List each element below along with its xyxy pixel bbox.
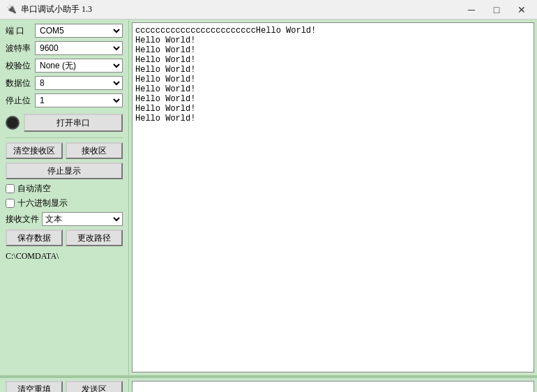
send-area-button[interactable]: 发送区 — [66, 381, 123, 392]
baud-label: 波特率 — [6, 43, 35, 54]
hex-display-checkbox[interactable] — [6, 199, 15, 208]
main-container: 端 口 COM5 波特率 9600 校验位 None (无) 数据位 8 — [0, 20, 537, 375]
stop-bits-label: 停止位 — [6, 95, 35, 107]
baud-row: 波特率 9600 — [6, 41, 123, 55]
clear-reset-button[interactable]: 清空重填 — [6, 381, 63, 392]
baud-select[interactable]: 9600 — [35, 41, 123, 55]
port-label: 端 口 — [6, 25, 35, 37]
recv-btn-row: 清空接收区 接收区 — [6, 142, 123, 159]
parity-row: 校验位 None (无) — [6, 59, 123, 73]
bottom-left: 清空重填 发送区 自动发送 手动发送 十六进制发送 自动发送周期 1000 毫秒… — [0, 378, 129, 392]
stop-display-row: 停止显示 — [6, 163, 123, 179]
maximize-button[interactable]: □ — [487, 3, 506, 17]
send-textarea[interactable] — [132, 381, 534, 392]
minimize-button[interactable]: ─ — [462, 3, 481, 17]
stop-display-button[interactable]: 停止显示 — [6, 163, 123, 179]
stop-bits-select[interactable]: 1 — [35, 93, 123, 107]
clear-recv-button[interactable]: 清空接收区 — [6, 142, 63, 159]
hex-display-row: 十六进制显示 — [6, 197, 123, 209]
data-bits-row: 数据位 8 — [6, 76, 123, 90]
recv-file-select[interactable]: 文本 — [42, 212, 123, 226]
open-port-button[interactable]: 打开串口 — [24, 114, 123, 132]
path-text: C:\COMDATA\ — [6, 250, 123, 263]
window-controls: ─ □ ✕ — [462, 3, 531, 17]
change-path-button[interactable]: 更改路径 — [66, 229, 123, 246]
parity-label: 校验位 — [6, 60, 35, 72]
app-title: 串口调试小助手 1.3 — [21, 3, 462, 15]
data-bits-select[interactable]: 8 — [35, 76, 123, 90]
save-data-button[interactable]: 保存数据 — [6, 229, 63, 246]
led-indicator — [6, 116, 20, 130]
port-select[interactable]: COM5 — [35, 24, 123, 38]
auto-clear-row: 自动清空 — [6, 183, 123, 195]
titlebar: 🔌 串口调试小助手 1.3 ─ □ ✕ — [0, 0, 537, 20]
hex-display-label: 十六进制显示 — [17, 197, 68, 209]
send-ctrl-row: 清空重填 发送区 — [6, 381, 123, 392]
data-bits-label: 数据位 — [6, 77, 35, 89]
recv-file-row: 接收文件 文本 — [6, 212, 123, 226]
app-icon: 🔌 — [6, 4, 17, 15]
port-row: 端 口 COM5 — [6, 24, 123, 38]
close-button[interactable]: ✕ — [512, 3, 531, 17]
stop-bits-row: 停止位 1 — [6, 93, 123, 107]
bottom-section: 清空重填 发送区 自动发送 手动发送 十六进制发送 自动发送周期 1000 毫秒… — [0, 378, 537, 392]
open-port-row: 打开串口 — [6, 114, 123, 132]
recv-area-button[interactable]: 接收区 — [66, 142, 123, 159]
left-panel: 端 口 COM5 波特率 9600 校验位 None (无) 数据位 8 — [0, 20, 129, 375]
save-row: 保存数据 更改路径 — [6, 229, 123, 246]
right-panel: ccccccccccccccccccccccccHello World! Hel… — [129, 20, 537, 375]
auto-clear-label: 自动清空 — [17, 183, 51, 195]
receive-area[interactable]: ccccccccccccccccccccccccHello World! Hel… — [132, 22, 534, 372]
recv-file-label: 接收文件 — [6, 213, 39, 225]
bottom-right — [129, 378, 537, 392]
parity-select[interactable]: None (无) — [35, 59, 123, 73]
auto-clear-checkbox[interactable] — [6, 184, 15, 193]
divider-1 — [6, 137, 123, 138]
